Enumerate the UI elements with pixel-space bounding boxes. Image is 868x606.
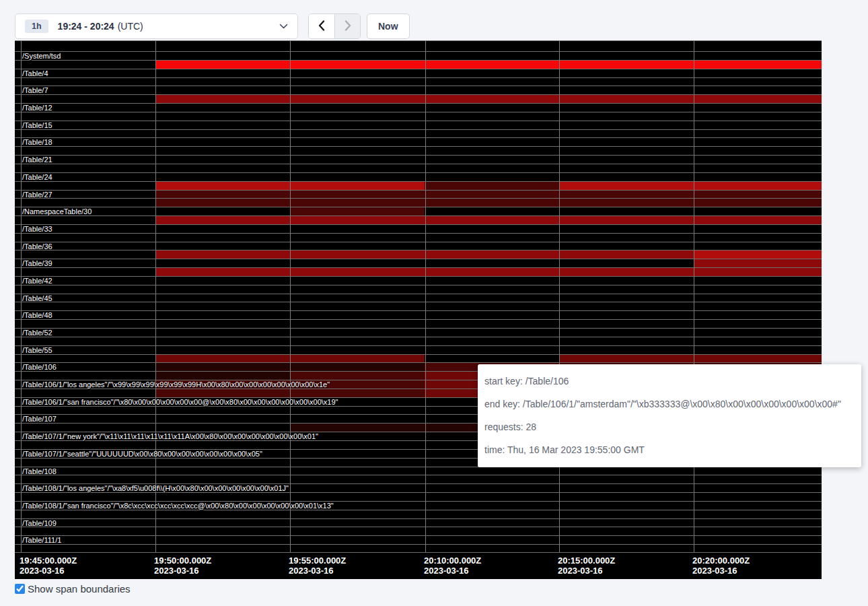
heatmap-cell[interactable] <box>290 242 425 250</box>
heatmap-cell[interactable] <box>559 302 694 310</box>
heatmap-cell[interactable] <box>559 112 694 121</box>
heatmap-cell[interactable] <box>694 164 822 172</box>
heatmap-cell[interactable] <box>15 285 155 294</box>
heatmap-cell[interactable] <box>290 484 425 492</box>
heatmap-cell[interactable] <box>15 407 155 415</box>
heatmap-cell[interactable] <box>694 329 822 337</box>
heatmap-cell[interactable] <box>559 130 694 138</box>
heatmap-cell[interactable] <box>694 302 822 310</box>
heatmap-row[interactable]: /Table/7 <box>15 86 822 103</box>
heatmap-cell[interactable] <box>425 268 559 276</box>
heatmap-cell[interactable] <box>15 372 155 380</box>
heatmap-cell[interactable] <box>694 337 822 345</box>
heatmap-cell[interactable] <box>694 191 822 199</box>
heatmap-cell[interactable] <box>290 69 425 77</box>
heatmap-cell[interactable] <box>155 216 290 224</box>
heatmap-cell[interactable] <box>694 95 822 103</box>
heatmap-cell[interactable] <box>155 545 290 552</box>
heatmap-cell[interactable] <box>290 302 425 310</box>
heatmap-cell[interactable] <box>559 545 694 552</box>
heatmap-cell[interactable] <box>155 138 290 146</box>
heatmap-cell[interactable] <box>425 502 559 510</box>
heatmap-cell[interactable] <box>290 459 425 467</box>
heatmap-cell[interactable] <box>694 250 822 259</box>
heatmap-cell[interactable] <box>155 467 290 475</box>
heatmap-cell[interactable] <box>425 78 559 86</box>
heatmap-cell[interactable] <box>155 285 290 294</box>
heatmap-cell[interactable] <box>15 147 155 155</box>
heatmap-cell[interactable] <box>290 467 425 475</box>
heatmap-cell[interactable] <box>155 346 290 354</box>
heatmap-cell[interactable] <box>425 104 559 112</box>
heatmap-cell[interactable] <box>559 52 694 60</box>
heatmap-cell[interactable] <box>155 329 290 337</box>
heatmap-row[interactable]: /Table/111/1 <box>15 535 822 552</box>
heatmap-row[interactable]: /Table/27 <box>15 190 822 207</box>
heatmap-cell[interactable] <box>559 199 694 207</box>
heatmap-cell[interactable] <box>15 95 155 103</box>
heatmap-cell[interactable] <box>694 52 822 60</box>
heatmap-cell[interactable] <box>15 389 155 397</box>
heatmap-cell[interactable] <box>425 250 559 259</box>
heatmap-cell[interactable] <box>425 216 559 224</box>
heatmap-cell[interactable] <box>694 484 822 492</box>
heatmap-cell[interactable] <box>559 329 694 337</box>
heatmap-cell[interactable] <box>559 346 694 354</box>
heatmap-cell[interactable] <box>155 475 290 483</box>
heatmap-cell[interactable] <box>155 69 290 77</box>
heatmap-cell[interactable] <box>15 441 155 449</box>
heatmap-cell[interactable] <box>290 191 425 199</box>
heatmap-cell[interactable] <box>290 199 425 207</box>
heatmap-cell[interactable] <box>290 475 425 483</box>
heatmap-cell[interactable] <box>559 147 694 155</box>
heatmap-cell[interactable] <box>694 156 822 164</box>
heatmap-cell[interactable] <box>155 519 290 527</box>
heatmap-cell[interactable] <box>559 242 694 250</box>
heatmap-cell[interactable] <box>15 459 155 467</box>
heatmap-cell[interactable] <box>290 372 425 380</box>
heatmap-cell[interactable] <box>694 320 822 328</box>
heatmap-cell[interactable] <box>559 69 694 77</box>
heatmap-cell[interactable] <box>425 259 559 267</box>
heatmap-cell[interactable] <box>559 536 694 544</box>
heatmap-cell[interactable] <box>694 519 822 527</box>
heatmap-cell[interactable] <box>425 527 559 535</box>
heatmap-cell[interactable] <box>694 346 822 354</box>
heatmap-cell[interactable] <box>559 467 694 475</box>
heatmap-cell[interactable] <box>559 294 694 302</box>
heatmap-cell[interactable] <box>694 475 822 483</box>
heatmap-cell[interactable] <box>155 242 290 250</box>
heatmap-cell[interactable] <box>425 95 559 103</box>
heatmap-cell[interactable] <box>155 173 290 181</box>
heatmap-cell[interactable] <box>559 519 694 527</box>
heatmap-cell[interactable] <box>425 346 559 354</box>
heatmap-cell[interactable] <box>290 95 425 103</box>
heatmap-cell[interactable] <box>694 69 822 77</box>
heatmap-row[interactable]: /Table/108/1/"los angeles"/"\xa8\xf5\u00… <box>15 483 822 501</box>
heatmap-cell[interactable] <box>290 536 425 544</box>
heatmap-cell[interactable] <box>155 389 290 397</box>
heatmap-cell[interactable] <box>290 156 425 164</box>
heatmap-cell[interactable] <box>559 484 694 492</box>
heatmap-cell[interactable] <box>155 207 290 215</box>
heatmap-row[interactable]: /Table/108/1/"san francisco"/"\x8c\xcc\x… <box>15 501 822 518</box>
heatmap-cell[interactable] <box>559 355 694 363</box>
heatmap-cell[interactable] <box>694 199 822 207</box>
heatmap-cell[interactable] <box>425 510 559 518</box>
heatmap-cell[interactable] <box>155 268 290 276</box>
heatmap-cell[interactable] <box>15 130 155 138</box>
heatmap-cell[interactable] <box>425 138 559 146</box>
heatmap-cell[interactable] <box>15 216 155 224</box>
heatmap-cell[interactable] <box>15 112 155 121</box>
heatmap-row[interactable]: /Table/45 <box>15 294 822 311</box>
heatmap-cell[interactable] <box>694 173 822 181</box>
heatmap-cell[interactable] <box>425 242 559 250</box>
heatmap-cell[interactable] <box>290 320 425 328</box>
heatmap-row[interactable]: /Table/12 <box>15 103 822 121</box>
heatmap-cell[interactable] <box>155 191 290 199</box>
heatmap-cell[interactable] <box>694 104 822 112</box>
heatmap-cell[interactable] <box>155 294 290 302</box>
heatmap-cell[interactable] <box>694 182 822 190</box>
heatmap-cell[interactable] <box>694 259 822 267</box>
heatmap-row[interactable]: /Table/15 <box>15 121 822 138</box>
